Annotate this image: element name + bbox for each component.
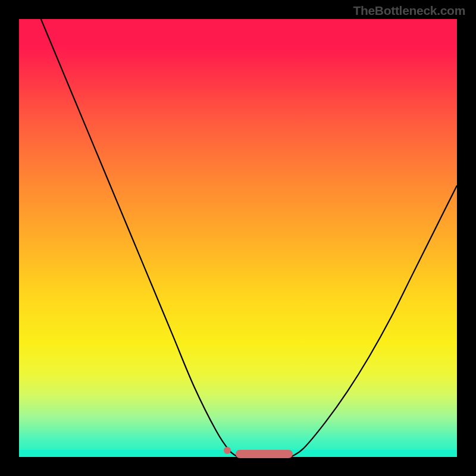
plateau-left-dot [224, 447, 231, 454]
watermark-text: TheBottleneck.com [353, 4, 465, 18]
curve-left-branch [41, 19, 238, 457]
plateau-marker [236, 450, 293, 458]
chart-plot-area [19, 19, 457, 457]
curve-right-branch [290, 186, 457, 457]
chart-svg [19, 19, 457, 457]
